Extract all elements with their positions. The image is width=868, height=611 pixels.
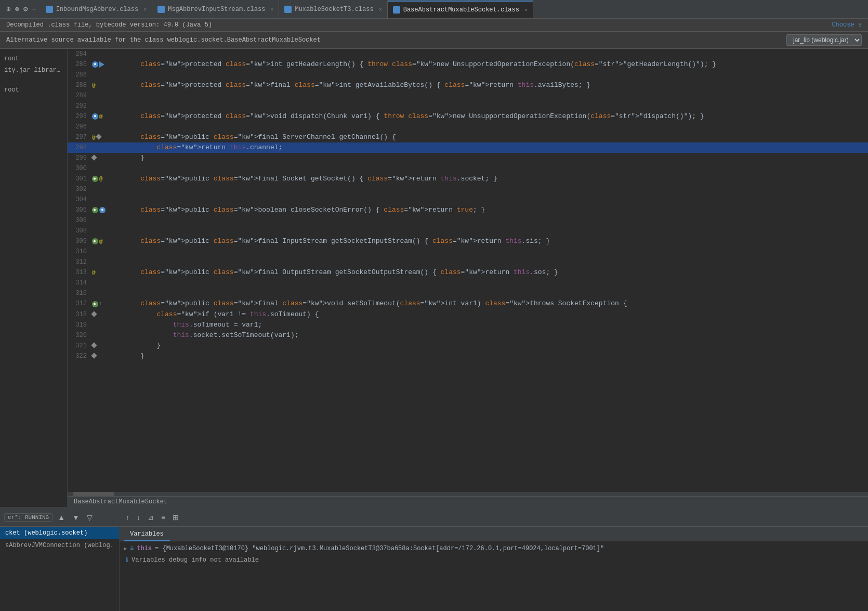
filter-btn[interactable]: ▽ xyxy=(85,512,95,523)
var-name: this xyxy=(137,545,152,552)
editor-area: 284285● class="kw">protected class="kw">… xyxy=(68,49,868,507)
down-arrow-btn[interactable]: ↓ xyxy=(135,512,142,523)
line-number-302: 302 xyxy=(68,184,91,194)
line-gutter-299 xyxy=(91,153,122,163)
up-arrow-btn[interactable]: ↑ xyxy=(124,512,131,523)
bytecode-text: Decompiled .class file, bytecode version… xyxy=(6,21,212,29)
line-number-285: 285 xyxy=(68,59,91,70)
run-icon[interactable]: ▶ xyxy=(92,176,98,182)
tab-variables[interactable]: Variables xyxy=(124,527,170,541)
tab-close-icon[interactable]: ✕ xyxy=(524,7,528,13)
code-line-317: 317▶↑ class="kw">public class="kw">final… xyxy=(68,298,868,309)
columns-btn[interactable]: ≡ xyxy=(159,512,167,523)
code-line-301: 301▶@ class="kw">public class="kw">final… xyxy=(68,174,868,184)
code-content-293: class="kw">protected class="kw">void dis… xyxy=(122,111,868,122)
running-badge[interactable]: er*: RUNNING xyxy=(4,513,52,522)
tab-label: MsgAbbrevInputStream.class xyxy=(168,6,265,13)
code-line-289: 289 xyxy=(68,90,868,101)
tab-icon xyxy=(157,6,165,13)
thread-item-0[interactable]: cket (weblogic.socket) xyxy=(0,527,119,539)
up-btn[interactable]: ▲ xyxy=(56,512,67,523)
code-content-320: this.socket.setSoTimeout(var1); xyxy=(122,330,868,341)
tab-close-icon[interactable]: ✕ xyxy=(270,6,273,12)
tab-tab1[interactable]: InboundMsgAbbrev.class ✕ xyxy=(41,1,152,18)
code-line-318: 318 class="kw">if (var1 != this.soTimeou… xyxy=(68,309,868,320)
left-debug-panel: er*: RUNNING ▲ ▼ ▽ cket (weblogic.socket… xyxy=(0,508,120,611)
tab-tab2[interactable]: MsgAbbrevInputStream.class ✕ xyxy=(152,1,279,18)
code-line-316: 316 xyxy=(68,288,868,298)
horizontal-scrollbar[interactable] xyxy=(68,492,868,496)
line-number-305: 305 xyxy=(68,205,91,215)
line-number-296: 296 xyxy=(68,122,91,132)
breakpoint-icon[interactable]: ● xyxy=(99,207,106,213)
main-area: rootity.jar library root root 284285● cl… xyxy=(0,49,868,507)
line-gutter-312 xyxy=(91,257,122,267)
line-number-320: 320 xyxy=(68,330,91,341)
filter-vars-btn[interactable]: ⊿ xyxy=(146,512,156,523)
tabs-container: InboundMsgAbbrev.class ✕ MsgAbbrevInputS… xyxy=(41,1,533,18)
sidebar: rootity.jar library root root xyxy=(0,49,68,507)
tab-close-icon[interactable]: ✕ xyxy=(379,6,382,12)
code-content-286 xyxy=(122,70,868,80)
code-content-316 xyxy=(122,288,868,298)
code-line-304: 304 xyxy=(68,194,868,205)
tab-icon xyxy=(393,6,400,14)
tab-tab4[interactable]: BaseAbstractMuxableSocket.class ✕ xyxy=(388,1,533,18)
bottom-tabs: Variables xyxy=(120,527,868,541)
code-line-309: 309▶@ class="kw">public class="kw">final… xyxy=(68,236,868,246)
line-gutter-314 xyxy=(91,278,122,288)
code-content-305: class="kw">public class="kw">boolean clo… xyxy=(122,205,868,215)
line-gutter-319 xyxy=(91,320,122,330)
code-line-310: 310 xyxy=(68,246,868,257)
code-line-296: 296 xyxy=(68,122,868,132)
run-icon[interactable]: ▶ xyxy=(92,207,98,213)
annotation-icon: @ xyxy=(99,236,103,246)
line-gutter-293: ●@ xyxy=(91,111,122,122)
run-icon[interactable]: ▶ xyxy=(92,238,98,244)
code-content-298: class="kw">return this.channel; xyxy=(122,142,868,153)
sidebar-item-top-1[interactable]: ity.jar library root xyxy=(0,64,67,76)
line-number-309: 309 xyxy=(68,236,91,246)
alt-source-bar: Alternative source available for the cla… xyxy=(0,32,868,49)
tab-label: BaseAbstractMuxableSocket.class xyxy=(403,6,519,14)
code-container[interactable]: 284285● class="kw">protected class="kw">… xyxy=(68,49,868,492)
sidebar-item-top-0[interactable]: root xyxy=(0,53,67,64)
down-btn[interactable]: ▼ xyxy=(70,512,82,523)
line-number-314: 314 xyxy=(68,278,91,288)
jar-lib-dropdown[interactable]: jar_lib (weblogic.jar) xyxy=(786,34,862,46)
line-gutter-316 xyxy=(91,288,122,298)
line-gutter-306 xyxy=(91,215,122,226)
line-gutter-286 xyxy=(91,70,122,80)
line-gutter-320 xyxy=(91,330,122,341)
scrollbar-thumb[interactable] xyxy=(73,492,114,496)
sidebar-item-bottom-0[interactable]: root xyxy=(0,84,67,96)
tab-icon xyxy=(284,6,292,13)
thread-item-1[interactable]: sAbbrevJVMConnection (weblog. xyxy=(0,539,119,552)
choose-button[interactable]: Choose s xyxy=(832,21,862,29)
settings-icon[interactable]: ⚙ xyxy=(23,5,28,14)
code-line-319: 319 this.soTimeout = var1; xyxy=(68,320,868,330)
minimize-icon[interactable]: − xyxy=(32,5,36,14)
run-icon[interactable]: ▶ xyxy=(92,301,98,307)
bookmark-icon[interactable] xyxy=(99,61,104,68)
tab-close-icon[interactable]: ✕ xyxy=(143,6,147,12)
breakpoint-icon[interactable]: ● xyxy=(92,113,98,120)
line-number-284: 284 xyxy=(68,49,91,59)
expand-btn[interactable]: ⊞ xyxy=(170,512,181,523)
variables-area: ▶ ≡ this = {MuxableSocketT3@10170} "webl… xyxy=(120,541,868,611)
line-number-301: 301 xyxy=(68,174,91,184)
bottom-panel: er*: RUNNING ▲ ▼ ▽ cket (weblogic.socket… xyxy=(0,507,868,611)
tab-tab3[interactable]: MuxableSocketT3.class ✕ xyxy=(279,1,387,18)
code-content-306 xyxy=(122,215,868,226)
nav-back-icon[interactable]: ⊕ xyxy=(6,5,10,14)
debug-info-text: Variables debug info not available xyxy=(131,556,259,564)
nav-split-icon[interactable]: ⊜ xyxy=(15,5,19,14)
expand-icon[interactable]: ▶ xyxy=(124,545,127,552)
code-content-297: class="kw">public class="kw">final Serve… xyxy=(122,132,868,142)
line-number-322: 322 xyxy=(68,351,91,361)
annotation-icon: @ xyxy=(92,267,96,278)
code-content-288: class="kw">protected class="kw">final cl… xyxy=(122,80,868,90)
breakpoint-icon[interactable]: ● xyxy=(92,61,98,68)
line-number-321: 321 xyxy=(68,341,91,351)
line-number-289: 289 xyxy=(68,90,91,101)
